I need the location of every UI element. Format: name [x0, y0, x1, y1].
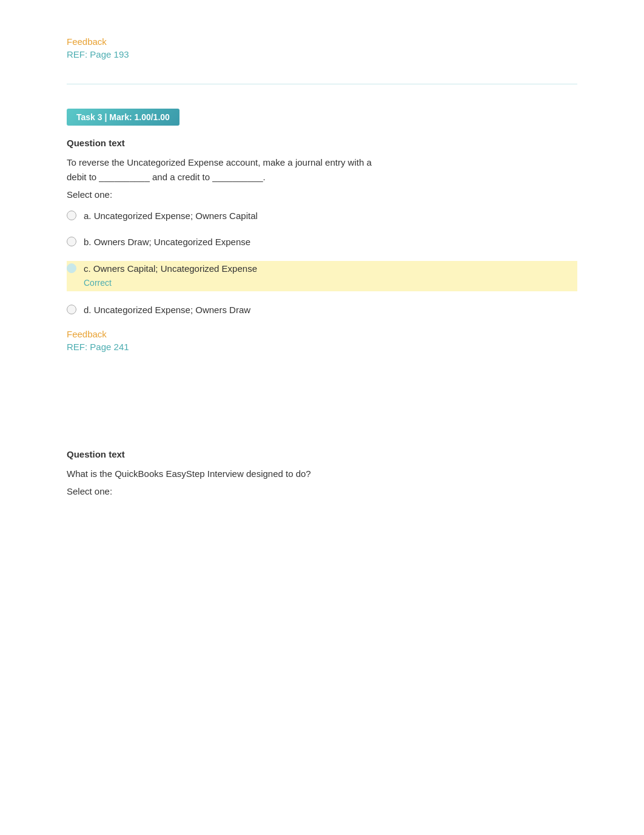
task3-correct-status: Correct: [67, 276, 577, 291]
section-divider: [67, 84, 577, 84]
task3-option-d[interactable]: d. Uncategorized Expense; Owners Draw: [67, 303, 577, 317]
task3-option-b-text: b. Owners Draw; Uncategorized Expense: [84, 235, 250, 249]
bottom-question-heading: Question text: [67, 449, 577, 459]
bottom-question-body: What is the QuickBooks EasyStep Intervie…: [67, 467, 577, 481]
task3-question-heading: Question text: [67, 138, 577, 148]
radio-b[interactable]: [67, 237, 76, 246]
correct-label: Correct: [84, 278, 112, 288]
top-feedback-label: Feedback: [67, 36, 577, 47]
task3-select-one: Select one:: [67, 189, 577, 200]
bottom-question-section: Question text What is the QuickBooks Eas…: [67, 449, 577, 496]
task3-feedback-label: Feedback: [67, 329, 577, 339]
task3-option-b[interactable]: b. Owners Draw; Uncategorized Expense: [67, 235, 577, 249]
radio-d[interactable]: [67, 305, 76, 314]
task3-section: Task 3 | Mark: 1.00/1.00 Question text T…: [67, 109, 577, 352]
radio-a[interactable]: [67, 211, 76, 220]
task3-option-d-text: d. Uncategorized Expense; Owners Draw: [84, 303, 250, 317]
radio-c[interactable]: [67, 263, 76, 273]
task3-option-c-text: c. Owners Capital; Uncategorized Expense: [84, 262, 577, 276]
task3-option-a[interactable]: a. Uncategorized Expense; Owners Capital: [67, 209, 577, 223]
task3-question-body: To reverse the Uncategorized Expense acc…: [67, 155, 577, 184]
task3-answer-options: a. Uncategorized Expense; Owners Capital…: [67, 209, 577, 317]
task3-feedback-section: Feedback REF: Page 241: [67, 329, 577, 352]
task3-ref-label: REF: Page 241: [67, 342, 577, 352]
bottom-select-one: Select one:: [67, 486, 577, 496]
task3-badge: Task 3 | Mark: 1.00/1.00: [67, 109, 179, 126]
task3-option-c-wrapper: c. Owners Capital; Uncategorized Expense…: [67, 261, 577, 291]
top-feedback-section: Feedback REF: Page 193: [67, 36, 577, 59]
task3-option-a-text: a. Uncategorized Expense; Owners Capital: [84, 209, 258, 223]
top-ref-label: REF: Page 193: [67, 49, 577, 59]
task3-option-c[interactable]: c. Owners Capital; Uncategorized Expense: [67, 261, 577, 276]
